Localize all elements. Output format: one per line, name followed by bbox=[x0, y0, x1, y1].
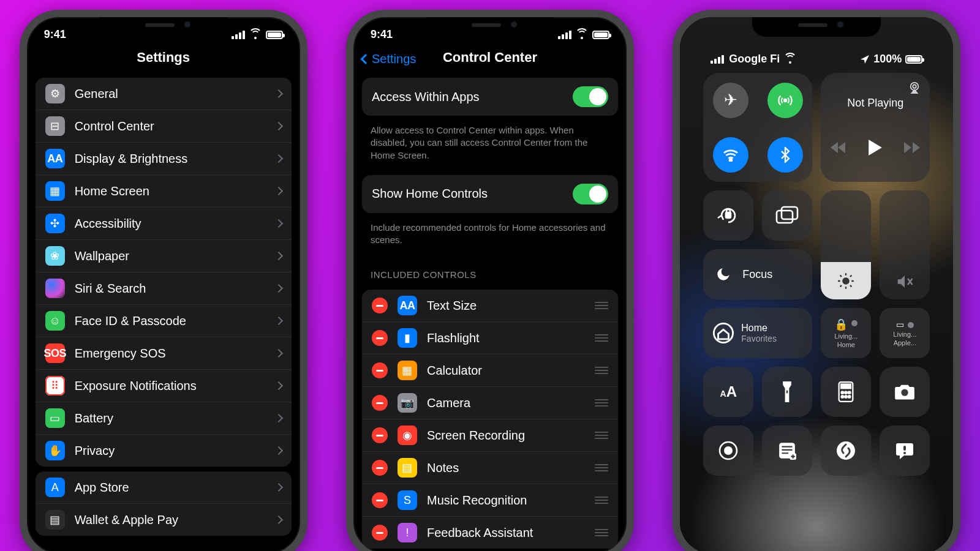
wifi-button[interactable] bbox=[713, 137, 748, 173]
settings-row[interactable]: ⠿Exposure Notifications bbox=[36, 370, 292, 402]
camera-button[interactable] bbox=[880, 367, 930, 417]
chevron-right-icon bbox=[274, 154, 283, 163]
settings-row[interactable]: ✣Accessibility bbox=[36, 208, 292, 240]
drag-handle-icon[interactable] bbox=[595, 497, 608, 504]
moon-icon bbox=[715, 266, 731, 282]
home-sub: Favorites bbox=[741, 334, 777, 344]
drag-handle-icon[interactable] bbox=[595, 432, 608, 439]
screen-mirroring-button[interactable] bbox=[762, 190, 812, 241]
settings-row[interactable]: Siri & Search bbox=[36, 272, 292, 305]
text-size-button[interactable]: AA bbox=[703, 367, 753, 417]
row-show-home-controls[interactable]: Show Home Controls bbox=[362, 175, 618, 213]
settings-row[interactable]: ⚙︎General bbox=[36, 78, 292, 110]
drag-handle-icon[interactable] bbox=[595, 529, 608, 536]
screen-mirroring-icon bbox=[775, 206, 799, 225]
notch bbox=[99, 17, 228, 37]
row-label: Exposure Notifications bbox=[75, 379, 266, 393]
chevron-right-icon bbox=[274, 483, 283, 492]
drag-handle-icon[interactable] bbox=[595, 302, 608, 309]
airplay-icon[interactable] bbox=[908, 81, 921, 97]
home-accessory-1[interactable]: 🔒 Living... Home bbox=[821, 308, 871, 358]
wifi-icon bbox=[576, 31, 587, 39]
remove-button[interactable] bbox=[372, 362, 388, 378]
included-control-row[interactable]: SMusic Recognition bbox=[362, 484, 618, 517]
chevron-right-icon bbox=[274, 252, 283, 260]
settings-row[interactable]: ✋Privacy bbox=[36, 435, 292, 467]
toggle-switch[interactable] bbox=[573, 184, 608, 204]
settings-row[interactable]: SOSEmergency SOS bbox=[36, 337, 292, 370]
drag-handle-icon[interactable] bbox=[595, 367, 608, 374]
orientation-lock-button[interactable] bbox=[703, 190, 753, 241]
media-playback-tile[interactable]: Not Playing bbox=[821, 73, 930, 182]
screen-recording-button[interactable] bbox=[703, 425, 753, 476]
home-icon bbox=[713, 323, 734, 343]
back-button[interactable]: Settings bbox=[362, 52, 416, 66]
remove-button[interactable] bbox=[372, 525, 388, 541]
settings-row[interactable]: ☺Face ID & Passcode bbox=[36, 305, 292, 337]
included-control-row[interactable]: ▤Notes bbox=[362, 452, 618, 484]
remove-button[interactable] bbox=[372, 427, 388, 443]
connectivity-group[interactable] bbox=[703, 73, 812, 182]
row-label: General bbox=[75, 87, 266, 101]
settings-row[interactable]: ⊟Control Center bbox=[36, 110, 292, 143]
volume-slider[interactable] bbox=[880, 190, 930, 299]
settings-row[interactable]: AApp Store bbox=[36, 471, 292, 504]
airplane-mode-button[interactable] bbox=[713, 83, 748, 118]
home-favorites-button[interactable]: Home Favorites bbox=[703, 308, 812, 358]
included-control-row[interactable]: ◉Screen Recording bbox=[362, 419, 618, 452]
drag-handle-icon[interactable] bbox=[595, 334, 608, 342]
next-track-button[interactable] bbox=[904, 142, 920, 156]
chevron-right-icon bbox=[274, 89, 283, 98]
included-control-row[interactable]: AAText Size bbox=[362, 290, 618, 322]
page-title: Settings bbox=[137, 50, 190, 65]
row-label: Display & Brightness bbox=[75, 152, 266, 166]
row-icon: S bbox=[398, 490, 417, 510]
toggle-switch[interactable] bbox=[573, 86, 608, 107]
feedback-button[interactable] bbox=[880, 425, 930, 476]
play-button[interactable] bbox=[869, 140, 882, 159]
svg-point-18 bbox=[902, 389, 908, 395]
notes-button[interactable] bbox=[762, 425, 812, 476]
remove-button[interactable] bbox=[372, 492, 388, 508]
included-control-row[interactable]: 📷Camera bbox=[362, 387, 618, 419]
camera-icon bbox=[894, 384, 915, 400]
previous-track-button[interactable] bbox=[831, 142, 846, 156]
status-icons bbox=[558, 31, 609, 39]
brightness-slider[interactable] bbox=[821, 190, 871, 299]
status-icons bbox=[232, 31, 283, 39]
settings-row[interactable]: AADisplay & Brightness bbox=[36, 143, 292, 175]
included-control-row[interactable]: !Feedback Assistant bbox=[362, 517, 618, 549]
battery-icon bbox=[592, 31, 609, 39]
drag-handle-icon[interactable] bbox=[595, 464, 608, 471]
remove-button[interactable] bbox=[372, 460, 388, 476]
included-control-row[interactable]: ▮Flashlight bbox=[362, 322, 618, 354]
svg-rect-24 bbox=[903, 446, 906, 451]
flashlight-button[interactable] bbox=[762, 367, 812, 417]
included-control-row[interactable]: ▦Calculator bbox=[362, 354, 618, 387]
notch bbox=[426, 17, 554, 37]
settings-row[interactable]: ❀Wallpaper bbox=[36, 240, 292, 272]
svg-point-25 bbox=[903, 452, 906, 454]
row-label: Text Size bbox=[427, 299, 585, 313]
bluetooth-button[interactable] bbox=[767, 137, 803, 173]
settings-row[interactable]: ▤Wallet & Apple Pay bbox=[36, 504, 292, 536]
svg-point-14 bbox=[848, 391, 851, 394]
calculator-button[interactable] bbox=[821, 367, 871, 417]
toggle-label: Show Home Controls bbox=[372, 187, 563, 201]
remove-button[interactable] bbox=[372, 395, 388, 411]
settings-row[interactable]: ▦Home Screen bbox=[36, 175, 292, 208]
music-recognition-button[interactable] bbox=[821, 425, 871, 476]
home-accessory-2[interactable]: ▭ Living... Apple... bbox=[880, 308, 930, 358]
row-icon: ⚙︎ bbox=[45, 84, 65, 103]
toggle-caption: Include recommended controls for Home ac… bbox=[353, 218, 627, 255]
settings-row[interactable]: ▭Battery bbox=[36, 402, 292, 435]
cellular-data-button[interactable] bbox=[767, 83, 803, 118]
row-icon: ▦ bbox=[45, 181, 65, 201]
remove-button[interactable] bbox=[372, 298, 388, 313]
focus-button[interactable]: Focus bbox=[703, 249, 812, 299]
row-access-within-apps[interactable]: Access Within Apps bbox=[362, 78, 618, 116]
row-icon: ▮ bbox=[398, 328, 417, 348]
remove-button[interactable] bbox=[372, 330, 388, 346]
drag-handle-icon[interactable] bbox=[595, 399, 608, 407]
bluetooth-icon bbox=[780, 147, 790, 163]
